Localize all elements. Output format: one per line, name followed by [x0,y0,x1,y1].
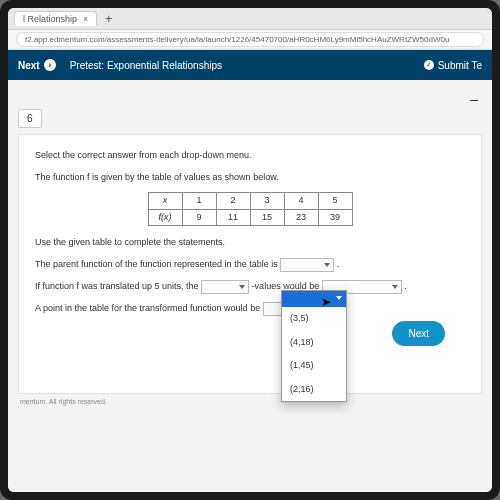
dropdown-option[interactable]: (1,45) [282,354,346,378]
dropdown-parent-function[interactable] [280,258,334,272]
table-row: f(x) 9 11 15 23 39 [148,209,352,226]
url-field[interactable]: f2.app.edmentum.com/assessments-delivery… [16,32,484,47]
new-tab-icon[interactable]: + [105,12,112,26]
question-card: Select the correct answer from each drop… [18,134,482,394]
minimize-icon[interactable]: – [470,91,478,107]
header-next-label: Next [18,60,40,71]
footer-text: mentum. All rights reserved. [18,394,482,409]
submit-test-button[interactable]: ✓ Submit Te [424,60,482,71]
instruction-text: Select the correct answer from each drop… [35,149,465,163]
stmt-line1: Use the given table to complete the stat… [35,236,465,250]
stmt-line4: A point in the table for the transformed… [35,302,465,316]
submit-label: Submit Te [438,60,482,71]
check-icon: ✓ [424,60,434,70]
dropdown-option[interactable]: (4,18) [282,331,346,355]
question-number: 6 [18,109,42,128]
stmt-line2: The parent function of the function repr… [35,258,465,272]
header-next-button[interactable]: Next › [18,59,56,71]
dropdown-selected-blank[interactable] [282,291,346,307]
page-title: Pretest: Exponential Relationships [70,60,222,71]
close-icon[interactable]: × [83,14,88,24]
dropdown-option[interactable]: (2,16) [282,378,346,402]
browser-tab-strip: l Relationship × + [8,8,492,30]
function-table: x 1 2 3 4 5 f(x) 9 11 15 23 39 [148,192,353,226]
dropdown-values-type[interactable] [201,280,249,294]
intro-text: The function f is given by the table of … [35,171,465,185]
app-header: Next › Pretest: Exponential Relationship… [8,50,492,80]
dropdown-point-open: (3,5) (4,18) (1,45) (2,16) [281,290,347,402]
table-row: x 1 2 3 4 5 [148,193,352,210]
next-button[interactable]: Next [392,321,445,346]
arrow-right-icon: › [44,59,56,71]
content-area: – 6 Select the correct answer from each … [8,80,492,492]
dropdown-option[interactable]: (3,5) [282,307,346,331]
browser-tab[interactable]: l Relationship × [14,11,97,26]
stmt-line3: If function f was translated up 5 units,… [35,280,465,294]
browser-url-bar: f2.app.edmentum.com/assessments-delivery… [8,30,492,50]
tab-title: l Relationship [23,14,77,24]
